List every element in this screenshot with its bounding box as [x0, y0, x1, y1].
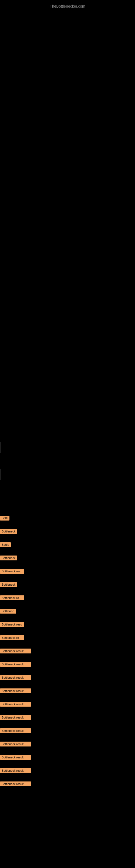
bottleneck-result-badge[interactable]: Bottleneck result — [0, 688, 31, 693]
list-item: Bottleneck result — [0, 755, 135, 760]
bottleneck-result-badge[interactable]: Bottleneck result — [0, 649, 31, 653]
list-item: Bottleneck result — [0, 741, 135, 746]
bottleneck-labels-container: BottlBottleneckBottleBottleneckBottlenec… — [0, 516, 135, 795]
bottleneck-result-badge[interactable]: Bottleneck result — [0, 742, 31, 746]
bottleneck-result-badge[interactable]: Bottleneck re — [0, 635, 24, 640]
bottleneck-result-badge[interactable]: Bottleneck — [0, 556, 17, 560]
bottleneck-result-badge[interactable]: Bottleneck — [0, 582, 17, 587]
list-item: Bottleneck — [0, 582, 135, 587]
list-item: Bottleneck re — [0, 595, 135, 600]
list-item: Bottleneck result — [0, 702, 135, 707]
vertical-line-2 — [1, 469, 1, 480]
list-item: Bottle — [0, 542, 135, 547]
list-item: Bottleneck result — [0, 648, 135, 653]
list-item: Bottleneck res — [0, 568, 135, 574]
bottleneck-result-badge[interactable]: Bottleneck re — [0, 595, 24, 600]
bottleneck-result-badge[interactable]: Bottleneck res — [0, 569, 24, 574]
list-item: Bottl — [0, 516, 135, 521]
bottleneck-result-badge[interactable]: Bottleneck — [0, 529, 17, 534]
list-item: Bottleneck result — [0, 781, 135, 786]
vertical-line-1 — [1, 442, 1, 453]
bottleneck-result-badge[interactable]: Bottlenec — [0, 609, 16, 614]
site-title: TheBottlenecker.com — [0, 1, 135, 11]
bottleneck-result-badge[interactable]: Bottleneck result — [0, 728, 31, 733]
list-item: Bottleneck result — [0, 661, 135, 667]
bottleneck-result-badge[interactable]: Bottleneck result — [0, 755, 31, 760]
list-item: Bottleneck resu — [0, 622, 135, 627]
list-item: Bottleneck result — [0, 688, 135, 693]
bottleneck-result-badge[interactable]: Bottl — [0, 516, 9, 521]
list-item: Bottleneck result — [0, 728, 135, 733]
bottleneck-result-badge[interactable]: Bottleneck resu — [0, 622, 24, 627]
list-item: Bottleneck result — [0, 768, 135, 773]
list-item: Bottleneck re — [0, 635, 135, 640]
list-item: Bottlenec — [0, 609, 135, 614]
bottleneck-result-badge[interactable]: Bottle — [0, 542, 11, 547]
list-item: Bottleneck — [0, 555, 135, 560]
bottleneck-result-badge[interactable]: Bottleneck result — [0, 781, 31, 786]
bottleneck-result-badge[interactable]: Bottleneck result — [0, 768, 31, 773]
list-item: Bottleneck result — [0, 715, 135, 720]
list-item: Bottleneck result — [0, 675, 135, 680]
list-item: Bottleneck — [0, 529, 135, 534]
bottleneck-result-badge[interactable]: Bottleneck result — [0, 675, 31, 680]
bottleneck-result-badge[interactable]: Bottleneck result — [0, 715, 31, 720]
bottleneck-result-badge[interactable]: Bottleneck result — [0, 702, 31, 707]
bottleneck-result-badge[interactable]: Bottleneck result — [0, 662, 31, 667]
